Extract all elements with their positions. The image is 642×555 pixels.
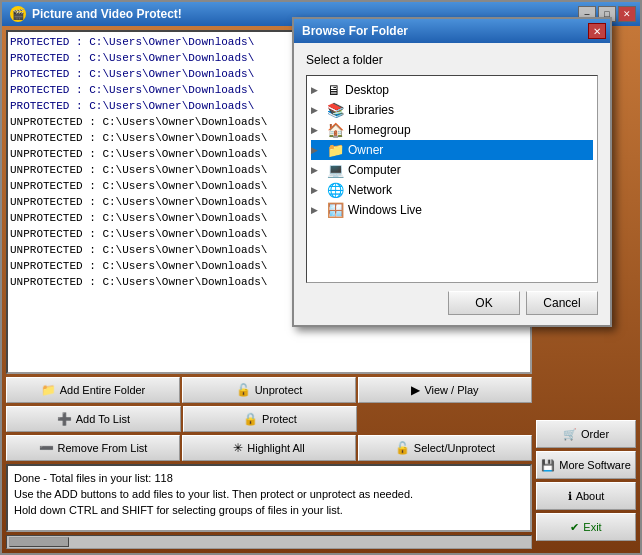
chevron-right-icon: ▶ bbox=[311, 185, 323, 195]
unprotect-button[interactable]: 🔓 Unprotect bbox=[182, 377, 356, 403]
ok-button[interactable]: OK bbox=[448, 291, 520, 315]
folder-item[interactable]: ▶🌐Network bbox=[311, 180, 593, 200]
remove-icon: ➖ bbox=[39, 441, 54, 455]
dialog-label: Select a folder bbox=[306, 53, 598, 67]
remove-from-list-button[interactable]: ➖ Remove From List bbox=[6, 435, 180, 461]
scrollbar-thumb[interactable] bbox=[9, 537, 69, 547]
add-to-list-button[interactable]: ➕ Add To List bbox=[6, 406, 181, 432]
unprotect-icon: 🔓 bbox=[236, 383, 251, 397]
window-title: Picture and Video Protect! bbox=[32, 7, 182, 21]
order-label: Order bbox=[581, 428, 609, 440]
view-play-button[interactable]: ▶ View / Play bbox=[358, 377, 532, 403]
status-line-1: Done - Total files in your list: 118 bbox=[14, 470, 524, 486]
button-row-2: ➕ Add To List 🔒 Protect bbox=[6, 406, 532, 432]
dialog-title-bar: Browse For Folder ✕ bbox=[294, 19, 610, 43]
folder-icon: 📚 bbox=[327, 102, 344, 118]
folder-item[interactable]: ▶🖥Desktop bbox=[311, 80, 593, 100]
add-to-list-label: Add To List bbox=[76, 413, 130, 425]
about-button[interactable]: ℹ About bbox=[536, 482, 636, 510]
dialog-buttons: OK Cancel bbox=[306, 283, 598, 315]
add-entire-folder-label: Add Entire Folder bbox=[60, 384, 146, 396]
dialog-body: Select a folder ▶🖥Desktop▶📚Libraries▶🏠Ho… bbox=[294, 43, 610, 325]
folder-tree[interactable]: ▶🖥Desktop▶📚Libraries▶🏠Homegroup▶📁Owner▶💻… bbox=[306, 75, 598, 283]
folder-item[interactable]: ▶🪟Windows Live bbox=[311, 200, 593, 220]
folder-icon: 🌐 bbox=[327, 182, 344, 198]
protect-label: Protect bbox=[262, 413, 297, 425]
folder-name: Desktop bbox=[345, 83, 389, 97]
highlight-all-label: Highlight All bbox=[247, 442, 304, 454]
title-bar-left: 🎬 Picture and Video Protect! bbox=[10, 6, 182, 22]
chevron-right-icon: ▶ bbox=[311, 165, 323, 175]
chevron-right-icon: ▶ bbox=[311, 105, 323, 115]
button-row-3: ➖ Remove From List ✳ Highlight All 🔓 Sel… bbox=[6, 435, 532, 461]
cancel-button[interactable]: Cancel bbox=[526, 291, 598, 315]
about-label: About bbox=[576, 490, 605, 502]
folder-item[interactable]: ▶💻Computer bbox=[311, 160, 593, 180]
folder-icon: 🪟 bbox=[327, 202, 344, 218]
status-line-3: Hold down CTRL and SHIFT for selecting g… bbox=[14, 502, 524, 518]
folder-icon: 📁 bbox=[327, 142, 344, 158]
highlight-icon: ✳ bbox=[233, 441, 243, 455]
app-icon: 🎬 bbox=[10, 6, 26, 22]
order-button[interactable]: 🛒 Order bbox=[536, 420, 636, 448]
folder-item[interactable]: ▶📚Libraries bbox=[311, 100, 593, 120]
unprotect-label: Unprotect bbox=[255, 384, 303, 396]
folder-name: Network bbox=[348, 183, 392, 197]
highlight-all-button[interactable]: ✳ Highlight All bbox=[182, 435, 356, 461]
remove-from-list-label: Remove From List bbox=[58, 442, 148, 454]
browse-folder-dialog: Browse For Folder ✕ Select a folder ▶🖥De… bbox=[292, 17, 612, 327]
select-unprotect-icon: 🔓 bbox=[395, 441, 410, 455]
dialog-close-button[interactable]: ✕ bbox=[588, 23, 606, 39]
dialog-title: Browse For Folder bbox=[302, 24, 408, 38]
chevron-right-icon: ▶ bbox=[311, 145, 323, 155]
folder-name: Owner bbox=[348, 143, 383, 157]
exit-label: Exit bbox=[583, 521, 601, 533]
horizontal-scrollbar[interactable] bbox=[6, 535, 532, 549]
folder-name: Libraries bbox=[348, 103, 394, 117]
button-row-1: 📁 Add Entire Folder 🔓 Unprotect ▶ View /… bbox=[6, 377, 532, 403]
folder-icon: 💻 bbox=[327, 162, 344, 178]
exit-icon: ✔ bbox=[570, 521, 579, 534]
about-icon: ℹ bbox=[568, 490, 572, 503]
folder-name: Homegroup bbox=[348, 123, 411, 137]
add-icon: ➕ bbox=[57, 412, 72, 426]
chevron-right-icon: ▶ bbox=[311, 205, 323, 215]
folder-name: Windows Live bbox=[348, 203, 422, 217]
more-software-button[interactable]: 💾 More Software bbox=[536, 451, 636, 479]
more-software-label: More Software bbox=[559, 459, 631, 471]
folder-name: Computer bbox=[348, 163, 401, 177]
folder-item[interactable]: ▶📁Owner bbox=[311, 140, 593, 160]
main-window: 🎬 Picture and Video Protect! – □ ✕ PROTE… bbox=[0, 0, 642, 555]
chevron-right-icon: ▶ bbox=[311, 125, 323, 135]
add-entire-folder-button[interactable]: 📁 Add Entire Folder bbox=[6, 377, 180, 403]
folder-item[interactable]: ▶🏠Homegroup bbox=[311, 120, 593, 140]
folder-icon: 🏠 bbox=[327, 122, 344, 138]
view-play-icon: ▶ bbox=[411, 383, 420, 397]
select-unprotect-button[interactable]: 🔓 Select/Unprotect bbox=[358, 435, 532, 461]
select-unprotect-label: Select/Unprotect bbox=[414, 442, 495, 454]
folder-icon: 🖥 bbox=[327, 82, 341, 98]
order-icon: 🛒 bbox=[563, 428, 577, 441]
add-folder-icon: 📁 bbox=[41, 383, 56, 397]
close-button[interactable]: ✕ bbox=[618, 6, 636, 22]
status-area: Done - Total files in your list: 118 Use… bbox=[6, 464, 532, 532]
protect-icon: 🔒 bbox=[243, 412, 258, 426]
more-software-icon: 💾 bbox=[541, 459, 555, 472]
chevron-right-icon: ▶ bbox=[311, 85, 323, 95]
status-line-2: Use the ADD buttons to add files to your… bbox=[14, 486, 524, 502]
exit-button[interactable]: ✔ Exit bbox=[536, 513, 636, 541]
protect-button[interactable]: 🔒 Protect bbox=[183, 406, 358, 432]
view-play-label: View / Play bbox=[424, 384, 478, 396]
